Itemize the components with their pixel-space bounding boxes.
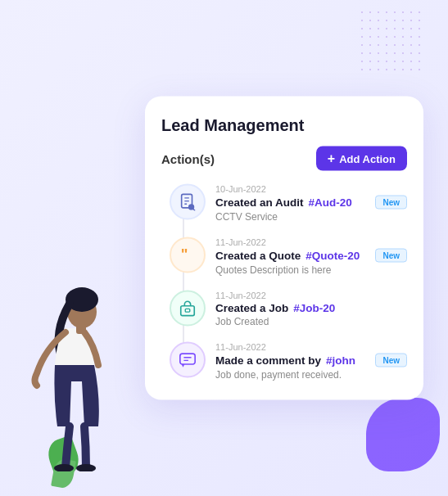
comment-ref: #john [326, 354, 355, 367]
job-content: 11-Jun-2022 Created a Job #Job-20 Job Cr… [215, 291, 407, 327]
svg-rect-13 [185, 309, 190, 312]
audit-badge: New [375, 196, 407, 210]
job-title-row: Created a Job #Job-20 [215, 302, 407, 314]
lead-management-card: Lead Management Action(s) + Add Action 1 [145, 97, 423, 400]
quote-content: 11-Jun-2022 Created a Quote #Quote-20 Ne… [215, 237, 407, 276]
job-icon [179, 300, 197, 318]
comment-date: 11-Jun-2022 [215, 342, 407, 352]
audit-desc: CCTV Service [215, 211, 407, 223]
svg-point-3 [76, 464, 96, 471]
comment-title-row: Made a comment by #john New [215, 354, 407, 367]
quote-badge: New [375, 249, 407, 263]
timeline-item-quote: " 11-Jun-2022 Created a Quote #Quote-20 … [170, 237, 407, 276]
dots-decoration [358, 8, 423, 74]
timeline-item-comment: 11-Jun-2022 Made a comment by #john New … [170, 342, 407, 381]
audit-title-row: Created an Audit #Aud-20 New [215, 196, 407, 210]
audit-content: 10-Jun-2022 Created an Audit #Aud-20 New… [215, 184, 407, 223]
comment-content: 11-Jun-2022 Made a comment by #john New … [215, 342, 407, 381]
quote-desc: Quotes Description is here [215, 264, 407, 276]
timeline-item-audit: 10-Jun-2022 Created an Audit #Aud-20 New… [170, 184, 407, 223]
quote-title-row: Created a Quote #Quote-20 New [215, 249, 407, 263]
job-desc: Job Created [215, 316, 407, 327]
quote-ref: #Quote-20 [305, 250, 360, 262]
card-header: Action(s) + Add Action [161, 147, 407, 171]
add-action-button[interactable]: + Add Action [316, 147, 407, 171]
plus-icon: + [328, 152, 335, 165]
quote-date: 11-Jun-2022 [215, 237, 407, 247]
timeline: 10-Jun-2022 Created an Audit #Aud-20 New… [161, 184, 407, 381]
timeline-item-job: 11-Jun-2022 Created a Job #Job-20 Job Cr… [170, 291, 407, 327]
audit-ref: #Aud-20 [309, 196, 352, 209]
svg-text:": " [181, 246, 188, 264]
comment-badge: New [375, 354, 407, 367]
comment-title: Made a comment by [215, 354, 321, 367]
svg-line-10 [193, 209, 195, 210]
job-date: 11-Jun-2022 [215, 291, 407, 300]
audit-title: Created an Audit [215, 196, 304, 209]
svg-rect-4 [76, 324, 86, 334]
svg-rect-12 [181, 306, 195, 316]
person-illustration [20, 283, 119, 463]
add-action-label: Add Action [339, 152, 396, 165]
quote-icon: " [179, 246, 197, 264]
comment-icon [179, 351, 197, 369]
job-icon-container [170, 291, 206, 327]
comment-icon-container [170, 342, 206, 378]
blob-decoration [366, 398, 440, 471]
audit-icon [179, 193, 197, 211]
comment-desc: Job done, payment received. [215, 369, 407, 381]
quote-title: Created a Quote [215, 250, 301, 262]
quote-icon-container: " [170, 237, 206, 273]
svg-point-2 [54, 464, 74, 471]
actions-label: Action(s) [161, 151, 215, 165]
audit-date: 10-Jun-2022 [215, 184, 407, 194]
card-title: Lead Management [161, 116, 407, 135]
job-ref: #Job-20 [293, 302, 335, 314]
job-title: Created a Job [215, 302, 288, 314]
svg-rect-14 [180, 354, 195, 364]
audit-icon-container [170, 184, 206, 220]
